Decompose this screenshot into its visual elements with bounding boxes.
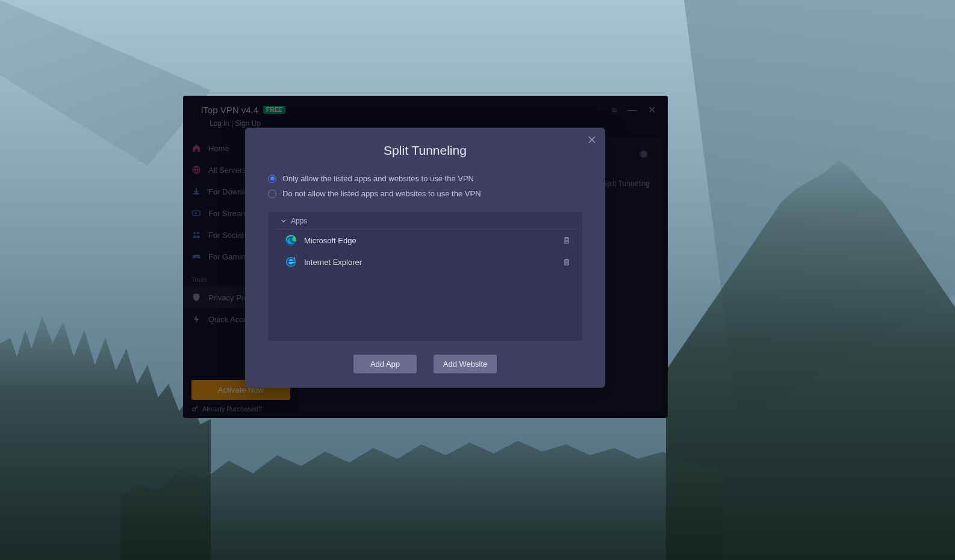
apps-section-label: Apps xyxy=(291,217,307,225)
app-item-edge: Microsoft Edge xyxy=(268,229,582,251)
radio-icon xyxy=(268,175,276,183)
add-website-button[interactable]: Add Website xyxy=(434,355,497,373)
add-app-button[interactable]: Add App xyxy=(353,355,417,373)
radio-deny[interactable]: Do not allow the listed apps and website… xyxy=(268,186,582,201)
app-item-ie: Internet Explorer xyxy=(268,251,582,273)
chevron-down-icon xyxy=(280,217,287,225)
dialog-footer: Add App Add Website xyxy=(245,343,605,388)
radio-allow[interactable]: Only allow the listed apps and websites … xyxy=(268,171,582,186)
apps-section-header[interactable]: Apps xyxy=(274,212,576,229)
app-item-label: Internet Explorer xyxy=(304,258,562,267)
bg-mountain-left xyxy=(0,0,211,301)
radio-label: Do not allow the listed apps and website… xyxy=(282,189,481,198)
split-tunneling-dialog: Split Tunneling Only allow the listed ap… xyxy=(245,128,605,388)
delete-app-button[interactable] xyxy=(562,257,571,267)
dialog-title: Split Tunneling xyxy=(245,128,605,171)
radio-label: Only allow the listed apps and websites … xyxy=(282,174,474,183)
close-dialog-button[interactable] xyxy=(586,134,598,146)
dialog-body: Only allow the listed apps and websites … xyxy=(245,171,605,343)
apps-panel: Apps Microsoft Edge xyxy=(268,212,582,341)
app-item-label: Microsoft Edge xyxy=(304,236,562,245)
delete-app-button[interactable] xyxy=(562,235,571,245)
edge-icon xyxy=(285,234,297,246)
radio-icon xyxy=(268,190,276,198)
ie-icon xyxy=(285,256,297,268)
